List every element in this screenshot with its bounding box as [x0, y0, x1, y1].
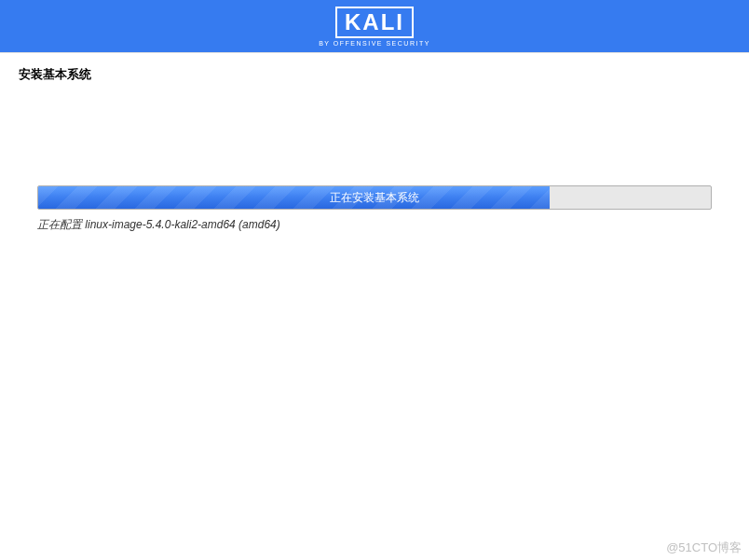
status-text: 正在配置 linux-image-5.4.0-kali2-amd64 (amd6… [37, 217, 712, 233]
kali-logo: KALI BY OFFENSIVE SECURITY [319, 7, 430, 47]
watermark: @51CTO博客 [666, 540, 742, 556]
logo-text: KALI [345, 9, 404, 35]
logo-frame: KALI [335, 7, 414, 38]
logo-subtitle: BY OFFENSIVE SECURITY [319, 40, 430, 47]
progress-section: 正在安装基本系统 正在配置 linux-image-5.4.0-kali2-am… [19, 185, 730, 233]
page-title: 安装基本系统 [19, 66, 730, 83]
progress-label: 正在安装基本系统 [38, 190, 711, 206]
header-banner: KALI BY OFFENSIVE SECURITY [0, 0, 749, 52]
main-content: 安装基本系统 正在安装基本系统 正在配置 linux-image-5.4.0-k… [0, 52, 749, 560]
progress-bar: 正在安装基本系统 [37, 185, 712, 210]
